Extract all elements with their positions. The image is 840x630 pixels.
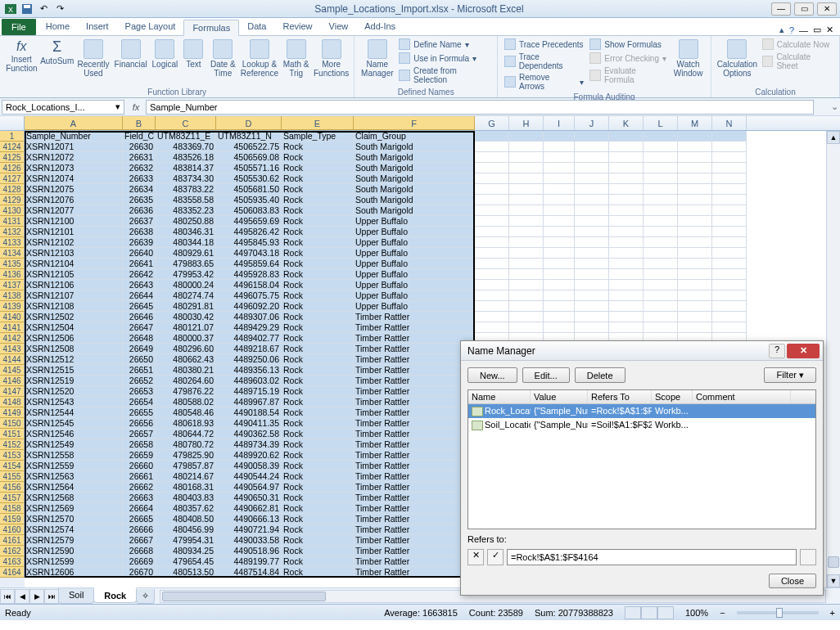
cell[interactable]	[575, 280, 609, 290]
cell[interactable]: Rock	[282, 386, 354, 397]
cell[interactable]	[712, 248, 747, 259]
cell[interactable]	[575, 163, 609, 173]
nm-header[interactable]: Value	[531, 390, 588, 403]
cell[interactable]: 4495659.69	[216, 216, 282, 227]
ribbon-minimize-icon[interactable]: ▴	[779, 25, 784, 35]
cell[interactable]: XSRN12544	[25, 407, 123, 418]
cell[interactable]	[609, 195, 644, 205]
cell[interactable]: Rock	[282, 237, 354, 248]
cell[interactable]: 26669	[123, 556, 156, 567]
cell[interactable]: 4495859.64	[216, 259, 282, 269]
tab-insert[interactable]: Insert	[78, 19, 117, 35]
cell[interactable]	[475, 301, 509, 312]
minimize-button[interactable]: —	[771, 2, 791, 16]
cell[interactable]: Timber Rattler	[354, 344, 475, 354]
row-head[interactable]: 4145	[0, 365, 25, 376]
cell[interactable]: 483783.22	[156, 184, 216, 195]
use-in-formula-button[interactable]: Use in Formula ▾	[397, 52, 492, 65]
cell[interactable]: 479857.87	[156, 461, 216, 471]
cell[interactable]: 480030.42	[156, 312, 216, 322]
cell[interactable]: 26659	[123, 450, 156, 461]
cell[interactable]: Timber Rattler	[354, 556, 475, 567]
financial-button[interactable]: Financial	[113, 38, 148, 69]
cell[interactable]: Rock	[282, 142, 354, 152]
cell[interactable]: Rock	[282, 418, 354, 429]
cell[interactable]: 26635	[123, 195, 156, 205]
col-head-K[interactable]: K	[609, 116, 644, 130]
zoom-slider[interactable]	[737, 611, 819, 614]
cell[interactable]: XSRN12102	[25, 237, 123, 248]
cell[interactable]	[644, 290, 678, 301]
cell[interactable]: UTM83Z11_N	[216, 131, 282, 142]
cell[interactable]: Rock	[282, 514, 354, 524]
cell[interactable]	[609, 248, 644, 259]
cell[interactable]: XSRN12508	[25, 344, 123, 354]
cell[interactable]: Rock	[282, 163, 354, 173]
nm-row[interactable]: Soil_Locatio...{"Sample_Numb...=Soil!$A1…	[468, 418, 815, 432]
cell[interactable]: 4495845.93	[216, 237, 282, 248]
cell[interactable]	[712, 301, 747, 312]
cell[interactable]: 480513.50	[156, 567, 216, 578]
row-head[interactable]: 4155	[0, 471, 25, 482]
cell[interactable]	[575, 322, 609, 333]
cell[interactable]	[678, 131, 712, 142]
row-head[interactable]: 4156	[0, 482, 25, 493]
cell[interactable]: 4505571.16	[216, 163, 282, 173]
scroll-up-icon[interactable]: ▲	[827, 131, 840, 144]
col-head-J[interactable]: J	[575, 116, 609, 130]
cell[interactable]	[644, 259, 678, 269]
cell[interactable]	[475, 248, 509, 259]
cell[interactable]: Rock	[282, 407, 354, 418]
cell[interactable]: 479883.65	[156, 259, 216, 269]
cell[interactable]: 4489429.29	[216, 322, 282, 333]
cell[interactable]: 480780.72	[156, 439, 216, 450]
cell[interactable]: Rock	[282, 248, 354, 259]
cell[interactable]	[609, 131, 644, 142]
cell[interactable]	[712, 237, 747, 248]
cell[interactable]: 4490518.96	[216, 546, 282, 556]
row-head[interactable]: 4129	[0, 195, 25, 205]
trace-dependents-button[interactable]: Trace Dependents	[503, 52, 585, 71]
cell[interactable]: South Marigold	[354, 195, 475, 205]
cell[interactable]: Rock	[282, 344, 354, 354]
cell[interactable]: 26643	[123, 280, 156, 290]
cell[interactable]: 26663	[123, 493, 156, 503]
cell[interactable]	[544, 163, 575, 173]
cell[interactable]	[544, 131, 575, 142]
cell[interactable]: 480168.31	[156, 482, 216, 493]
cell[interactable]: Rock	[282, 269, 354, 280]
cell[interactable]: XSRN12107	[25, 290, 123, 301]
table-row[interactable]: XSRN1210826645480291.814496092.20RockUpp…	[25, 301, 747, 312]
table-row[interactable]: XSRN1207626635483558.584505935.40RockSou…	[25, 195, 747, 205]
cell[interactable]	[575, 259, 609, 269]
cell[interactable]	[509, 227, 544, 237]
table-row[interactable]: XSRN1207326632483814.374505571.16RockSou…	[25, 163, 747, 173]
cell[interactable]: XSRN12512	[25, 354, 123, 365]
cell[interactable]: 26633	[123, 173, 156, 184]
view-layout-button[interactable]	[641, 606, 657, 619]
cell[interactable]: 26667	[123, 535, 156, 546]
doc-close-icon[interactable]: ✕	[826, 25, 833, 35]
nm-list[interactable]: NameValueRefers ToScopeComment Rock_Loca…	[467, 389, 816, 529]
cell[interactable]	[544, 227, 575, 237]
cell[interactable]	[644, 280, 678, 290]
cell[interactable]	[609, 322, 644, 333]
col-head-C[interactable]: C	[156, 116, 216, 130]
insert-function-button[interactable]: fxInsert Function	[5, 38, 38, 73]
cell[interactable]: XSRN12106	[25, 280, 123, 290]
cell[interactable]: Rock	[282, 546, 354, 556]
cell[interactable]	[509, 248, 544, 259]
cell[interactable]	[544, 259, 575, 269]
cell[interactable]: UTM83Z11_E	[156, 131, 216, 142]
cell[interactable]: XSRN12564	[25, 482, 123, 493]
cell[interactable]	[544, 216, 575, 227]
cell[interactable]: Rock	[282, 482, 354, 493]
cell[interactable]: 4487514.84	[216, 567, 282, 578]
cell[interactable]: 26657	[123, 429, 156, 439]
cell[interactable]: South Marigold	[354, 205, 475, 216]
cell[interactable]: Rock	[282, 205, 354, 216]
create-from-selection-button[interactable]: Create from Selection	[397, 65, 492, 85]
cell[interactable]: Upper Buffalo	[354, 237, 475, 248]
cell[interactable]: 480403.83	[156, 493, 216, 503]
table-row[interactable]: XSRN1207426633483734.304505530.62RockSou…	[25, 173, 747, 184]
